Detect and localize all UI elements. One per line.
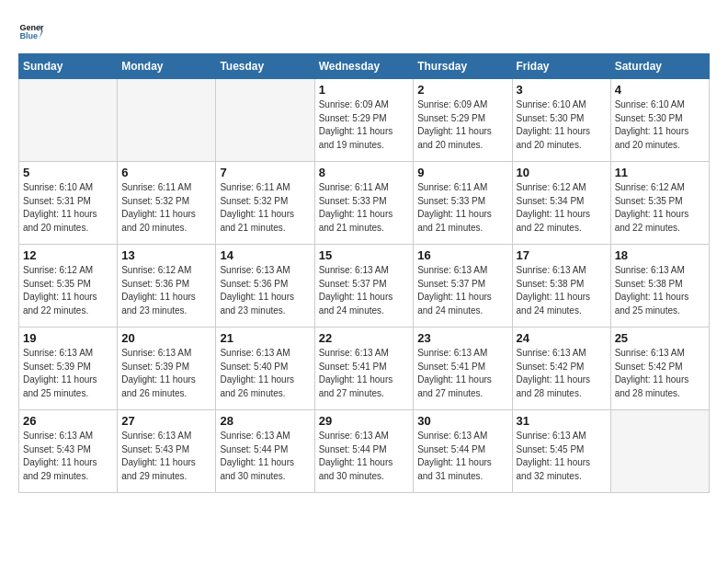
day-number: 13 [121,248,211,262]
calendar-cell: 14Sunrise: 6:13 AM Sunset: 5:36 PM Dayli… [216,245,314,327]
day-number: 29 [319,414,410,428]
calendar-cell: 31Sunrise: 6:13 AM Sunset: 5:45 PM Dayli… [512,410,610,493]
day-number: 8 [319,166,410,179]
day-info: Sunrise: 6:13 AM Sunset: 5:38 PM Dayligh… [615,264,705,317]
day-number: 10 [517,166,607,179]
day-number: 2 [417,83,507,97]
calendar-cell: 17Sunrise: 6:13 AM Sunset: 5:38 PM Dayli… [512,245,610,327]
calendar-cell [610,410,709,493]
day-number: 24 [517,331,607,345]
weekday-header: Wednesday [314,54,414,79]
day-number: 16 [417,248,507,262]
day-info: Sunrise: 6:13 AM Sunset: 5:42 PM Dayligh… [615,347,705,400]
weekday-header: Saturday [610,54,709,79]
weekday-header: Thursday [414,54,512,79]
calendar-cell: 10Sunrise: 6:12 AM Sunset: 5:34 PM Dayli… [512,162,610,245]
day-number: 12 [23,248,113,262]
day-info: Sunrise: 6:11 AM Sunset: 5:32 PM Dayligh… [220,181,310,235]
calendar-week-row: 5Sunrise: 6:10 AM Sunset: 5:31 PM Daylig… [19,162,710,245]
day-info: Sunrise: 6:13 AM Sunset: 5:44 PM Dayligh… [319,430,410,483]
calendar-week-row: 1Sunrise: 6:09 AM Sunset: 5:29 PM Daylig… [19,79,710,162]
day-number: 18 [615,248,705,262]
calendar-week-row: 26Sunrise: 6:13 AM Sunset: 5:43 PM Dayli… [19,410,710,493]
day-number: 9 [417,166,507,179]
day-number: 26 [23,414,113,428]
calendar-cell: 7Sunrise: 6:11 AM Sunset: 5:32 PM Daylig… [216,162,314,245]
calendar-cell: 19Sunrise: 6:13 AM Sunset: 5:39 PM Dayli… [19,327,118,410]
calendar-cell: 22Sunrise: 6:13 AM Sunset: 5:41 PM Dayli… [314,327,414,410]
day-info: Sunrise: 6:13 AM Sunset: 5:43 PM Dayligh… [121,430,211,483]
calendar-header-row: SundayMondayTuesdayWednesdayThursdayFrid… [19,54,710,79]
calendar-cell: 6Sunrise: 6:11 AM Sunset: 5:32 PM Daylig… [118,162,216,245]
day-number: 3 [517,83,607,97]
day-number: 15 [319,248,410,262]
calendar: SundayMondayTuesdayWednesdayThursdayFrid… [18,53,710,493]
calendar-cell: 23Sunrise: 6:13 AM Sunset: 5:41 PM Dayli… [414,327,512,410]
calendar-cell: 2Sunrise: 6:09 AM Sunset: 5:29 PM Daylig… [414,79,512,162]
day-number: 11 [615,166,705,179]
day-info: Sunrise: 6:13 AM Sunset: 5:37 PM Dayligh… [319,264,410,317]
day-info: Sunrise: 6:10 AM Sunset: 5:31 PM Dayligh… [23,181,113,235]
calendar-cell: 8Sunrise: 6:11 AM Sunset: 5:33 PM Daylig… [314,162,414,245]
day-number: 28 [220,414,310,428]
day-number: 27 [121,414,211,428]
day-number: 17 [517,248,607,262]
day-info: Sunrise: 6:12 AM Sunset: 5:35 PM Dayligh… [23,264,113,317]
calendar-cell: 27Sunrise: 6:13 AM Sunset: 5:43 PM Dayli… [118,410,216,493]
calendar-week-row: 12Sunrise: 6:12 AM Sunset: 5:35 PM Dayli… [19,245,710,327]
calendar-cell: 16Sunrise: 6:13 AM Sunset: 5:37 PM Dayli… [414,245,512,327]
calendar-cell: 11Sunrise: 6:12 AM Sunset: 5:35 PM Dayli… [610,162,709,245]
calendar-cell: 20Sunrise: 6:13 AM Sunset: 5:39 PM Dayli… [118,327,216,410]
day-number: 31 [517,414,607,428]
calendar-cell: 18Sunrise: 6:13 AM Sunset: 5:38 PM Dayli… [610,245,709,327]
day-info: Sunrise: 6:13 AM Sunset: 5:39 PM Dayligh… [23,347,113,400]
svg-text:Blue: Blue [19,31,38,40]
day-info: Sunrise: 6:13 AM Sunset: 5:37 PM Dayligh… [417,264,507,317]
day-number: 22 [319,331,410,345]
day-info: Sunrise: 6:11 AM Sunset: 5:32 PM Dayligh… [121,181,211,235]
day-number: 1 [319,83,410,97]
logo: General Blue [18,18,48,44]
day-info: Sunrise: 6:13 AM Sunset: 5:41 PM Dayligh… [319,347,410,400]
calendar-cell: 3Sunrise: 6:10 AM Sunset: 5:30 PM Daylig… [512,79,610,162]
day-number: 21 [220,331,310,345]
day-info: Sunrise: 6:11 AM Sunset: 5:33 PM Dayligh… [319,181,410,235]
day-number: 7 [220,166,310,179]
day-info: Sunrise: 6:13 AM Sunset: 5:39 PM Dayligh… [121,347,211,400]
calendar-cell: 1Sunrise: 6:09 AM Sunset: 5:29 PM Daylig… [314,79,414,162]
day-number: 19 [23,331,113,345]
calendar-cell: 4Sunrise: 6:10 AM Sunset: 5:30 PM Daylig… [610,79,709,162]
calendar-cell: 28Sunrise: 6:13 AM Sunset: 5:44 PM Dayli… [216,410,314,493]
day-info: Sunrise: 6:13 AM Sunset: 5:38 PM Dayligh… [517,264,607,317]
calendar-cell: 30Sunrise: 6:13 AM Sunset: 5:44 PM Dayli… [414,410,512,493]
day-info: Sunrise: 6:12 AM Sunset: 5:35 PM Dayligh… [615,181,705,235]
header: General Blue [18,18,710,44]
day-info: Sunrise: 6:09 AM Sunset: 5:29 PM Dayligh… [417,98,507,152]
weekday-header: Friday [512,54,610,79]
day-number: 25 [615,331,705,345]
calendar-cell: 9Sunrise: 6:11 AM Sunset: 5:33 PM Daylig… [414,162,512,245]
day-info: Sunrise: 6:12 AM Sunset: 5:34 PM Dayligh… [517,181,607,235]
day-info: Sunrise: 6:11 AM Sunset: 5:33 PM Dayligh… [417,181,507,235]
day-number: 30 [417,414,507,428]
day-info: Sunrise: 6:10 AM Sunset: 5:30 PM Dayligh… [615,98,705,152]
logo-icon: General Blue [18,18,44,44]
calendar-cell: 26Sunrise: 6:13 AM Sunset: 5:43 PM Dayli… [19,410,118,493]
day-info: Sunrise: 6:13 AM Sunset: 5:43 PM Dayligh… [23,430,113,483]
calendar-cell: 13Sunrise: 6:12 AM Sunset: 5:36 PM Dayli… [118,245,216,327]
weekday-header: Tuesday [216,54,314,79]
day-info: Sunrise: 6:13 AM Sunset: 5:42 PM Dayligh… [517,347,607,400]
calendar-week-row: 19Sunrise: 6:13 AM Sunset: 5:39 PM Dayli… [19,327,710,410]
day-number: 20 [121,331,211,345]
day-info: Sunrise: 6:13 AM Sunset: 5:44 PM Dayligh… [417,430,507,483]
day-number: 5 [23,166,113,179]
day-number: 4 [615,83,705,97]
day-info: Sunrise: 6:13 AM Sunset: 5:36 PM Dayligh… [220,264,310,317]
day-info: Sunrise: 6:13 AM Sunset: 5:40 PM Dayligh… [220,347,310,400]
day-number: 23 [417,331,507,345]
day-number: 6 [121,166,211,179]
calendar-cell: 12Sunrise: 6:12 AM Sunset: 5:35 PM Dayli… [19,245,118,327]
weekday-header: Monday [118,54,216,79]
day-info: Sunrise: 6:13 AM Sunset: 5:45 PM Dayligh… [517,430,607,483]
calendar-cell: 21Sunrise: 6:13 AM Sunset: 5:40 PM Dayli… [216,327,314,410]
